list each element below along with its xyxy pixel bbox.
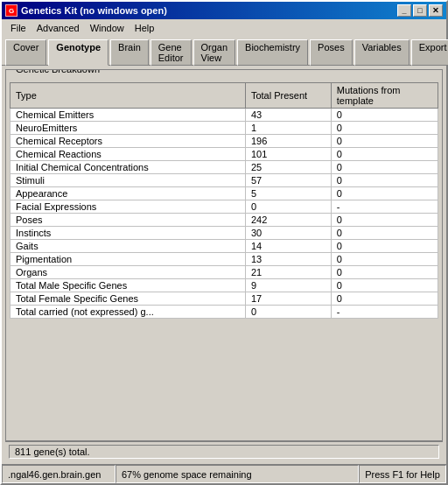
cell-total: 9 xyxy=(245,279,331,292)
cell-total: 25 xyxy=(245,161,331,174)
cell-mutations: 0 xyxy=(331,253,438,266)
table-row: Total carried (not expressed) g... 0 - xyxy=(10,306,438,319)
group-box-title: Genetic Breakdown xyxy=(13,69,102,74)
cell-type: Poses xyxy=(10,214,246,227)
cell-mutations: 0 xyxy=(331,109,438,122)
genes-total-panel: 811 gene(s) total. xyxy=(9,445,439,459)
cell-total: 14 xyxy=(245,240,331,253)
cell-total: 21 xyxy=(245,266,331,279)
header-mutations: Mutations from template xyxy=(331,83,438,109)
tab-gene-editor[interactable]: Gene Editor xyxy=(150,39,192,66)
cell-total: 0 xyxy=(245,200,331,214)
footer-genome-space: 67% genome space remaining xyxy=(116,465,359,483)
table-row: Total Male Specific Genes 9 0 xyxy=(10,279,438,292)
genes-status-bar: 811 gene(s) total. xyxy=(5,441,443,460)
cell-mutations: - xyxy=(331,200,438,214)
maximize-button[interactable]: □ xyxy=(413,4,427,17)
cell-total: 5 xyxy=(245,187,331,200)
table-header-row: Type Total Present Mutations from templa… xyxy=(10,83,438,109)
cell-mutations: - xyxy=(331,306,438,319)
cell-total: 242 xyxy=(245,214,331,227)
cell-type: Stimuli xyxy=(10,174,246,187)
cell-mutations: 0 xyxy=(331,174,438,187)
tab-brain[interactable]: Brain xyxy=(110,39,149,66)
close-button[interactable]: ✕ xyxy=(429,4,443,17)
tab-variables[interactable]: Variables xyxy=(354,39,410,66)
table-row: Chemical Emitters 43 0 xyxy=(10,109,438,122)
window-title: Genetics Kit (no windows open) xyxy=(21,5,167,16)
cell-type: Chemical Receptors xyxy=(10,135,246,148)
menu-window[interactable]: Window xyxy=(85,21,130,35)
cell-mutations: 0 xyxy=(331,240,438,253)
cell-total: 101 xyxy=(245,148,331,161)
table-row: Chemical Receptors 196 0 xyxy=(10,135,438,148)
table-row: Poses 242 0 xyxy=(10,214,438,227)
header-total: Total Present xyxy=(245,83,331,109)
cell-type: Organs xyxy=(10,266,246,279)
cell-mutations: 0 xyxy=(331,214,438,227)
tab-genotype[interactable]: Genotype xyxy=(48,39,108,66)
cell-total: 57 xyxy=(245,174,331,187)
table-row: Organs 21 0 xyxy=(10,266,438,279)
cell-total: 1 xyxy=(245,122,331,135)
table-row: Pigmentation 13 0 xyxy=(10,253,438,266)
title-bar: G Genetics Kit (no windows open) _ □ ✕ xyxy=(2,2,446,19)
menu-help[interactable]: Help xyxy=(130,21,160,35)
table-row: Total Female Specific Genes 17 0 xyxy=(10,292,438,306)
cell-type: Chemical Reactions xyxy=(10,148,246,161)
cell-mutations: 0 xyxy=(331,187,438,200)
cell-total: 13 xyxy=(245,253,331,266)
cell-type: Appearance xyxy=(10,187,246,200)
tab-cover[interactable]: Cover xyxy=(5,39,46,66)
table-row: Gaits 14 0 xyxy=(10,240,438,253)
table-row: Appearance 5 0 xyxy=(10,187,438,200)
cell-total: 196 xyxy=(245,135,331,148)
title-buttons: _ □ ✕ xyxy=(397,4,443,17)
title-bar-left: G Genetics Kit (no windows open) xyxy=(5,4,167,17)
cell-type: Facial Expressions xyxy=(10,200,246,214)
table-row: Stimuli 57 0 xyxy=(10,174,438,187)
content-area: Genetic Breakdown Type Total Present Mut… xyxy=(2,65,446,464)
cell-mutations: 0 xyxy=(331,266,438,279)
table-row: Instincts 30 0 xyxy=(10,227,438,240)
footer-filename: .ngal46.gen.brain.gen xyxy=(2,465,116,483)
table-row: Facial Expressions 0 - xyxy=(10,200,438,214)
app-icon: G xyxy=(5,4,18,17)
genetics-table: Type Total Present Mutations from templa… xyxy=(10,82,438,319)
cell-mutations: 0 xyxy=(331,161,438,174)
cell-total: 0 xyxy=(245,306,331,319)
footer-bar: .ngal46.gen.brain.gen 67% genome space r… xyxy=(2,464,446,483)
menu-advanced[interactable]: Advanced xyxy=(32,21,85,35)
table-row: Chemical Reactions 101 0 xyxy=(10,148,438,161)
table-row: NeuroEmitters 1 0 xyxy=(10,122,438,135)
cell-type: Instincts xyxy=(10,227,246,240)
table-row: Initial Chemical Concentrations 25 0 xyxy=(10,161,438,174)
menu-file[interactable]: File xyxy=(5,21,32,35)
header-type: Type xyxy=(10,83,246,109)
cell-type: NeuroEmitters xyxy=(10,122,246,135)
cell-total: 43 xyxy=(245,109,331,122)
genetic-breakdown-group: Genetic Breakdown Type Total Present Mut… xyxy=(5,69,443,441)
footer-help: Press F1 for Help xyxy=(359,465,446,483)
tab-biochemistry[interactable]: Biochemistry xyxy=(237,39,308,66)
minimize-button[interactable]: _ xyxy=(397,4,411,17)
cell-type: Chemical Emitters xyxy=(10,109,246,122)
main-window: G Genetics Kit (no windows open) _ □ ✕ F… xyxy=(0,0,448,485)
cell-mutations: 0 xyxy=(331,279,438,292)
tab-export[interactable]: Export xyxy=(411,39,448,66)
cell-total: 17 xyxy=(245,292,331,306)
tab-bar: Cover Genotype Brain Gene Editor Organ V… xyxy=(2,37,446,65)
cell-type: Total carried (not expressed) g... xyxy=(10,306,246,319)
table-container: Type Total Present Mutations from templa… xyxy=(6,79,442,440)
cell-mutations: 0 xyxy=(331,227,438,240)
cell-total: 30 xyxy=(245,227,331,240)
cell-mutations: 0 xyxy=(331,292,438,306)
cell-type: Total Female Specific Genes xyxy=(10,292,246,306)
cell-type: Initial Chemical Concentrations xyxy=(10,161,246,174)
cell-mutations: 0 xyxy=(331,122,438,135)
cell-type: Pigmentation xyxy=(10,253,246,266)
tab-organ-view[interactable]: Organ View xyxy=(193,39,236,66)
cell-type: Total Male Specific Genes xyxy=(10,279,246,292)
tab-poses[interactable]: Poses xyxy=(310,39,353,66)
cell-mutations: 0 xyxy=(331,148,438,161)
